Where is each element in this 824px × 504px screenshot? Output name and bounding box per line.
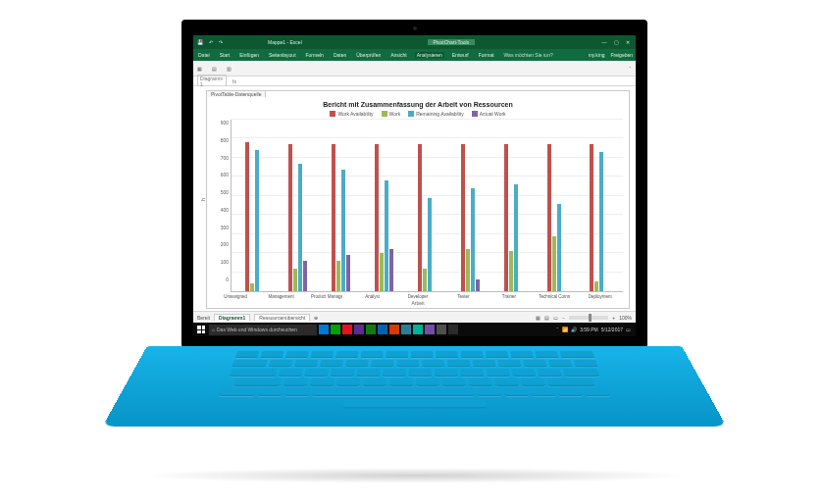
start-button[interactable] bbox=[195, 324, 207, 335]
bar bbox=[385, 180, 388, 291]
bar bbox=[288, 144, 292, 291]
tell-me[interactable]: Was möchten Sie tun? bbox=[502, 52, 555, 58]
action-center-icon[interactable]: ▭ bbox=[626, 327, 631, 332]
tab-formeln[interactable]: Formeln bbox=[304, 52, 326, 58]
bar bbox=[332, 144, 335, 291]
taskbar-app-icon[interactable] bbox=[448, 325, 458, 334]
taskbar-app-icon[interactable] bbox=[413, 325, 423, 334]
ribbon-body: ▦ ▤ ▥ ˄ bbox=[193, 61, 636, 76]
zoom-level[interactable]: 100% bbox=[619, 315, 632, 321]
bar bbox=[509, 251, 513, 291]
system-tray[interactable]: ˄ 📶 🔊 3:59 PM 5/12/2017 ▭ bbox=[556, 327, 634, 332]
bar bbox=[389, 249, 393, 291]
taskbar-app-icon[interactable] bbox=[401, 325, 411, 334]
taskbar-app-icon[interactable] bbox=[319, 325, 329, 334]
tray-volume-icon[interactable]: 🔊 bbox=[571, 327, 577, 332]
zoom-slider[interactable] bbox=[569, 316, 608, 320]
tray-chevron-up-icon[interactable]: ˄ bbox=[556, 327, 559, 332]
bar bbox=[255, 150, 259, 291]
view-pagebreak-icon[interactable]: ▭ bbox=[553, 315, 558, 321]
tray-network-icon[interactable]: 📶 bbox=[562, 327, 568, 332]
tab-ansicht[interactable]: Ansicht bbox=[388, 52, 408, 58]
new-sheet-button[interactable]: ⊕ bbox=[314, 315, 318, 321]
sheet-tab-2[interactable]: Ressourcenübersicht bbox=[254, 314, 310, 321]
qat-redo-icon[interactable]: ↷ bbox=[219, 39, 223, 45]
zoom-in-button[interactable]: + bbox=[612, 315, 615, 321]
chart-object[interactable]: PivotTable-Datenquelle Bericht mit Zusam… bbox=[206, 90, 630, 309]
tab-entwurf[interactable]: Entwurf bbox=[450, 52, 471, 58]
taskbar-app-icon[interactable] bbox=[437, 325, 446, 334]
taskbar-app-icon[interactable] bbox=[366, 325, 376, 334]
tray-time: 3:59 PM bbox=[580, 327, 598, 332]
legend-label-2: Work bbox=[389, 111, 401, 117]
tab-datei[interactable]: Datei bbox=[196, 52, 212, 58]
x-tick-label: Management bbox=[266, 294, 297, 299]
minimize-button[interactable]: — bbox=[600, 39, 608, 45]
bar bbox=[375, 144, 379, 291]
bar bbox=[250, 283, 254, 291]
bar bbox=[423, 269, 427, 291]
view-normal-icon[interactable]: ▦ bbox=[536, 315, 541, 321]
sheet-tab-active[interactable]: Diagramm1 bbox=[214, 314, 250, 321]
legend-item-4: Actual Work bbox=[472, 111, 506, 117]
ytick: 200 bbox=[221, 241, 229, 247]
contextual-tab-label: PivotChart-Tools bbox=[428, 39, 476, 45]
search-icon: ⌕ bbox=[212, 327, 215, 332]
bar-group bbox=[504, 120, 523, 291]
legend-swatch-2 bbox=[382, 111, 387, 117]
ytick: 800 bbox=[221, 137, 229, 143]
legend-label-3: Remaining Availability bbox=[416, 111, 464, 117]
qat-save-icon[interactable]: 💾 bbox=[197, 39, 203, 45]
bar-group bbox=[332, 120, 350, 291]
taskbar-app-icon[interactable] bbox=[342, 325, 352, 334]
tab-daten[interactable]: Daten bbox=[332, 52, 348, 58]
tab-seitenlayout[interactable]: Seitenlayout bbox=[267, 52, 298, 58]
taskbar-app-icon[interactable] bbox=[378, 325, 387, 334]
account-name[interactable]: my.king bbox=[589, 52, 605, 58]
x-tick-label: Developer bbox=[402, 294, 434, 299]
bar bbox=[471, 188, 475, 291]
bar bbox=[461, 144, 465, 291]
taskbar-app-icon[interactable] bbox=[354, 325, 364, 334]
qat-undo-icon[interactable]: ↶ bbox=[209, 39, 213, 45]
tab-start[interactable]: Start bbox=[218, 52, 232, 58]
ytick: 900 bbox=[221, 120, 229, 126]
bar bbox=[303, 261, 307, 291]
bar bbox=[245, 142, 249, 291]
tab-analysieren[interactable]: Analysieren bbox=[415, 52, 444, 58]
view-pagelayout-icon[interactable]: ▤ bbox=[544, 315, 549, 321]
share-button[interactable]: Freigeben bbox=[610, 52, 633, 58]
legend-swatch-1 bbox=[330, 111, 335, 117]
taskbar-app-icon[interactable] bbox=[389, 325, 399, 334]
zoom-out-button[interactable]: − bbox=[562, 315, 565, 321]
close-button[interactable]: ✕ bbox=[624, 39, 632, 45]
bar bbox=[476, 279, 480, 291]
ytick: 0 bbox=[226, 277, 229, 282]
ytick: 700 bbox=[221, 155, 229, 161]
ribbon-group-2[interactable]: ▤ bbox=[212, 66, 217, 72]
maximize-button[interactable]: ▢ bbox=[612, 39, 620, 45]
ribbon-collapse-icon[interactable]: ˄ bbox=[629, 66, 632, 72]
ribbon-tabs: Datei Start Einfügen Seitenlayout Formel… bbox=[193, 49, 636, 61]
bar-group bbox=[375, 120, 393, 291]
trackpad[interactable] bbox=[342, 400, 487, 409]
fx-icon[interactable]: fx bbox=[232, 78, 236, 84]
pivot-field-button[interactable]: PivotTable-Datenquelle bbox=[206, 90, 266, 97]
bar bbox=[547, 144, 551, 291]
taskbar-app-icon[interactable] bbox=[425, 325, 435, 334]
bar bbox=[552, 236, 556, 291]
ytick: 300 bbox=[221, 225, 229, 230]
bar bbox=[590, 144, 593, 291]
taskbar-app-icon[interactable] bbox=[331, 325, 340, 334]
taskbar-search[interactable]: ⌕ Das Web und Windows durchsuchen bbox=[209, 325, 317, 335]
bar-group bbox=[245, 120, 264, 291]
ribbon-group-1[interactable]: ▦ bbox=[197, 66, 202, 72]
bar bbox=[466, 249, 470, 291]
tab-ueberpruefen[interactable]: Überprüfen bbox=[354, 52, 383, 58]
legend-item-3: Remaining Availability bbox=[408, 111, 464, 117]
tab-format[interactable]: Format bbox=[477, 52, 496, 58]
ribbon-group-3[interactable]: ▥ bbox=[227, 66, 232, 72]
tab-einfuegen[interactable]: Einfügen bbox=[237, 52, 261, 58]
tablet-keyboard bbox=[147, 346, 682, 483]
plot-area bbox=[231, 120, 623, 292]
